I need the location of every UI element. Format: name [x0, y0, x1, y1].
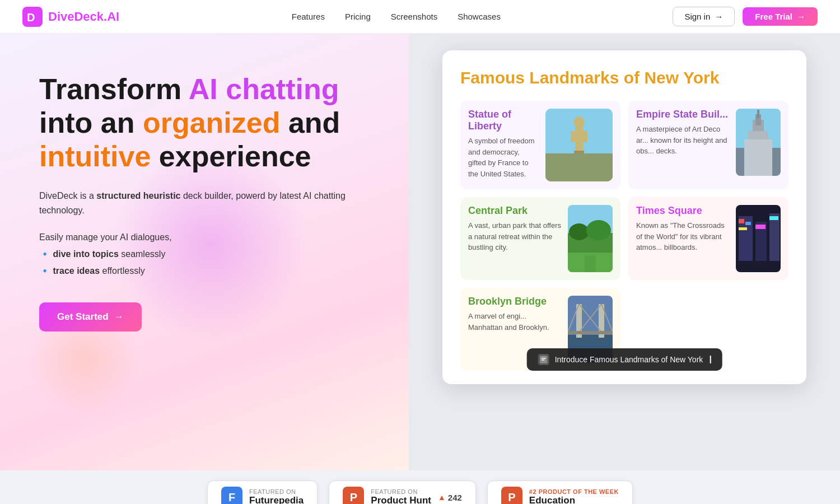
- nav-features[interactable]: Features: [292, 12, 325, 21]
- arrow-right-icon: →: [715, 12, 723, 21]
- svg-rect-26: [739, 219, 744, 223]
- education-badge[interactable]: P #2 PRODUCT OF THE WEEK Education: [487, 480, 633, 504]
- svg-rect-42: [542, 360, 545, 361]
- nav-pricing[interactable]: Pricing: [345, 12, 371, 21]
- futurepedia-label: Featured on: [249, 488, 304, 495]
- timessquare-image: [736, 205, 781, 272]
- landmark-timessquare: Times Square Known as "The Crossroads of…: [628, 197, 788, 280]
- centralpark-image: [568, 205, 613, 272]
- landmark-statue: Statue of Liberty A symbol of freedom an…: [460, 101, 620, 189]
- svg-point-19: [586, 220, 611, 240]
- navbar: D DiveDeck.AI Features Pricing Screensho…: [0, 0, 840, 34]
- svg-rect-6: [571, 131, 575, 142]
- navbar-actions: Sign in → Free Trial →: [673, 7, 818, 26]
- hero-heading: Transform AI chatting into an organized …: [39, 73, 375, 173]
- hero-bullets: Easily manage your AI dialogues, 🔹 dive …: [39, 229, 375, 280]
- landmark-centralpark: Central Park A vast, urban park that off…: [460, 197, 620, 280]
- nav-links: Features Pricing Screenshots Showcases: [292, 12, 501, 22]
- signin-button[interactable]: Sign in →: [673, 7, 735, 26]
- prompt-text: Introduce Famous Landmarks of New York: [555, 355, 703, 364]
- empire-image: [736, 109, 781, 176]
- prompt-icon: [538, 354, 549, 365]
- svg-rect-41: [542, 358, 546, 359]
- education-sub: #2 PRODUCT OF THE WEEK: [529, 488, 619, 495]
- svg-rect-21: [585, 255, 596, 272]
- svg-rect-28: [739, 227, 747, 230]
- logo-icon: D: [22, 7, 43, 27]
- logo-text: DiveDeck.AI: [48, 10, 119, 24]
- nav-showcases[interactable]: Showcases: [458, 12, 501, 21]
- nav-screenshots[interactable]: Screenshots: [391, 12, 437, 21]
- svg-rect-7: [583, 131, 587, 142]
- svg-rect-13: [757, 110, 759, 118]
- bullet-manage: Easily manage your AI dialogues,: [39, 229, 375, 246]
- freetrial-button[interactable]: Free Trial →: [743, 7, 818, 26]
- svg-rect-8: [574, 151, 584, 153]
- svg-point-18: [569, 223, 589, 240]
- ph-count: 242: [448, 493, 462, 502]
- svg-text:D: D: [27, 11, 35, 24]
- landmark-empire: Empire State Buil... A masterpiece of Ar…: [628, 101, 788, 189]
- svg-rect-25: [769, 213, 780, 261]
- bullet-topics: 🔹 dive into topics seamlessly: [39, 246, 375, 263]
- deck-card: Famous Landmarks of New York Statue of L…: [442, 50, 806, 384]
- svg-point-5: [573, 116, 585, 128]
- svg-rect-3: [545, 153, 613, 181]
- education-icon: P: [501, 487, 522, 504]
- futurepedia-badge[interactable]: F Featured on Futurepedia: [207, 480, 318, 504]
- prompt-bar: Introduce Famous Landmarks of New York: [527, 348, 722, 371]
- svg-rect-29: [755, 225, 766, 229]
- svg-rect-27: [745, 222, 751, 225]
- svg-rect-30: [769, 216, 778, 220]
- bottom-bar: F Featured on Futurepedia P FEATURED ON …: [0, 470, 840, 504]
- svg-rect-15: [744, 139, 772, 176]
- deck-preview-area: Famous Landmarks of New York Statue of L…: [409, 34, 840, 470]
- hero-section: Transform AI chatting into an organized …: [0, 34, 409, 470]
- futurepedia-name: Futurepedia: [249, 495, 304, 504]
- cursor: [710, 356, 711, 363]
- producthunt-label: FEATURED ON: [371, 488, 431, 495]
- producthunt-icon: P: [343, 487, 364, 504]
- bullet-ideas: 🔹 trace ideas effortlessly: [39, 263, 375, 279]
- deck-title: Famous Landmarks of New York: [460, 68, 788, 87]
- statue-image: [545, 109, 613, 181]
- education-name: Education: [529, 495, 619, 504]
- hero-subtext: DiveDeck is a structured heuristic deck …: [39, 189, 375, 217]
- producthunt-name: Product Hunt: [371, 495, 431, 504]
- main-content: Transform AI chatting into an organized …: [0, 34, 840, 470]
- producthunt-badge[interactable]: P FEATURED ON Product Hunt ▲ 242: [329, 480, 476, 504]
- getstarted-button[interactable]: Get Started →: [39, 302, 142, 332]
- arrow-right-icon: →: [114, 311, 124, 323]
- logo-area: D DiveDeck.AI: [22, 7, 119, 27]
- futurepedia-icon: F: [221, 487, 242, 504]
- arrow-right-icon: →: [797, 12, 805, 21]
- ph-arrow-icon: ▲: [438, 493, 446, 502]
- svg-rect-39: [568, 331, 613, 334]
